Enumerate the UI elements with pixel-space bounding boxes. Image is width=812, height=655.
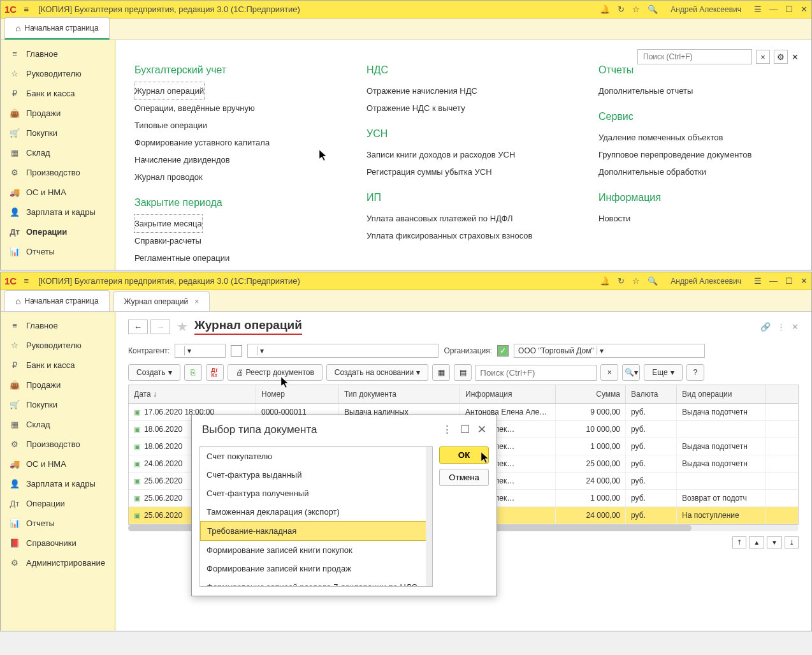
sidebar-item-8[interactable]: 👤Зарплата и кадры (1, 202, 115, 222)
organization-combo[interactable]: ООО "Торговый Дом"▾ (514, 344, 705, 358)
sidebar-item-11[interactable]: 📕Справочники (1, 533, 115, 553)
section-link[interactable]: Уплата авансовых платежей по НДФЛ (366, 210, 560, 227)
user-name[interactable]: Андрей Алексеевич (671, 5, 741, 14)
close-icon[interactable]: ✕ (801, 4, 808, 14)
list-item[interactable]: Требование-накладная (200, 521, 432, 541)
menu-icon[interactable]: ≡ (19, 4, 33, 14)
star-icon[interactable]: ☆ (632, 276, 640, 286)
sidebar-item-8[interactable]: 👤Зарплата и кадры (1, 474, 115, 494)
sidebar-item-6[interactable]: ⚙Производство (1, 434, 115, 454)
maximize-icon[interactable]: ☐ (785, 276, 793, 286)
tab-home[interactable]: Начальная страница (4, 17, 110, 40)
filter-combo[interactable]: ▾ (247, 344, 439, 358)
minimize-icon[interactable]: — (769, 276, 778, 286)
sidebar-item-7[interactable]: 🚚ОС и НМА (1, 454, 115, 474)
list-item[interactable]: Счет покупателю (200, 447, 432, 466)
section-link[interactable]: Отражение НДС к вычету (366, 99, 560, 117)
section-link[interactable]: Отражение начисления НДС (366, 82, 560, 99)
link-icon[interactable]: 🔗 (760, 322, 771, 332)
list-item[interactable]: Счет-фактура выданный (200, 466, 432, 484)
sidebar-item-10[interactable]: 📊Отчеты (1, 513, 115, 533)
bell-icon[interactable]: 🔔 (600, 276, 610, 286)
maximize-icon[interactable]: ☐ (785, 4, 793, 14)
section-link[interactable]: Журнал операций (134, 82, 204, 99)
table-search-input[interactable] (475, 365, 597, 381)
search-clear[interactable]: × (756, 50, 770, 64)
section-link[interactable]: Справки-расчеты (134, 232, 328, 249)
section-link[interactable]: Уплата фиксированных страховых взносов (366, 227, 560, 244)
star-icon[interactable]: ☆ (632, 4, 640, 14)
modal-more-icon[interactable]: ⋮ (442, 423, 453, 436)
ok-button[interactable]: ОК (439, 446, 489, 464)
section-link[interactable]: Дополнительные отчеты (598, 82, 792, 99)
checkbox-org[interactable]: ✓ (497, 345, 509, 357)
nav-up[interactable]: ▲ (749, 536, 764, 548)
section-link[interactable]: Операции, введённые вручную (134, 99, 328, 117)
favorite-star[interactable]: ★ (177, 319, 188, 334)
sidebar-item-4[interactable]: 🛒Покупки (1, 123, 115, 143)
more-icon[interactable]: ⋮ (777, 322, 785, 332)
nav-last[interactable]: ⤓ (785, 536, 799, 548)
section-link[interactable]: Формирование уставного капитала (134, 134, 328, 151)
cancel-button[interactable]: Отмена (439, 469, 489, 486)
sidebar-item-5[interactable]: ▦Склад (1, 143, 115, 163)
table-search-clear[interactable]: × (600, 364, 618, 381)
bell-icon[interactable]: 🔔 (600, 4, 610, 14)
create-button[interactable]: Создать ▾ (128, 364, 180, 381)
section-link[interactable]: Удаление помеченных объектов (598, 129, 792, 146)
section-link[interactable]: Записи книги доходов и расходов УСН (366, 146, 560, 163)
registry-button[interactable]: 🖨 Реестр документов (228, 364, 323, 381)
dtkt-button[interactable]: ДтКт (206, 364, 224, 381)
filter-icon[interactable]: ☰ (754, 276, 762, 286)
tab-home-2[interactable]: Начальная страница (4, 290, 110, 311)
section-link[interactable]: Дополнительные обработки (598, 163, 792, 180)
section-link[interactable]: Новости (598, 210, 792, 227)
sidebar-item-5[interactable]: ▦Склад (1, 415, 115, 434)
history-icon[interactable]: ↻ (618, 276, 625, 286)
column-header[interactable]: Информация (460, 385, 556, 403)
section-link[interactable]: Закрытие месяца (134, 215, 202, 232)
column-header[interactable]: Номер (256, 385, 339, 403)
column-header[interactable]: Сумма (556, 385, 626, 403)
checkbox-filter[interactable] (231, 345, 242, 357)
history-icon[interactable]: ↻ (618, 4, 625, 14)
section-link[interactable]: Групповое перепроведение документов (598, 146, 792, 163)
sidebar-item-7[interactable]: 🚚ОС и НМА (1, 182, 115, 202)
column-header[interactable]: Валюта (626, 385, 677, 403)
help-button[interactable]: ? (686, 364, 704, 381)
list-item[interactable]: Таможенная декларация (экспорт) (200, 503, 432, 521)
search-icon[interactable]: 🔍 (648, 276, 658, 286)
sidebar-item-0[interactable]: ≡Главное (1, 44, 115, 64)
tab-close-icon[interactable]: × (194, 297, 199, 306)
list-item[interactable]: Формирование записей книги покупок (200, 541, 432, 559)
panel-close-icon[interactable]: ✕ (792, 52, 799, 62)
modal-maximize-icon[interactable]: ☐ (460, 423, 470, 436)
sidebar-item-6[interactable]: ⚙Производство (1, 163, 115, 182)
search-icon[interactable]: 🔍 (648, 4, 658, 14)
section-link[interactable]: Журнал проводок (134, 168, 328, 186)
column-header[interactable]: Вид операции (677, 385, 766, 403)
list-button[interactable]: ▤ (454, 364, 472, 381)
list-item[interactable]: Счет-фактура полученный (200, 484, 432, 503)
section-link[interactable]: Типовые операции (134, 117, 328, 134)
list-item[interactable]: Формирование записей раздела 7 деклараци… (200, 578, 432, 587)
panel-close-icon[interactable]: ✕ (792, 322, 799, 332)
counterparty-combo[interactable]: ▾ (175, 344, 226, 358)
sidebar-item-0[interactable]: ≡Главное (1, 316, 115, 335)
more-button[interactable]: Еще ▾ (644, 364, 682, 381)
sidebar-item-2[interactable]: ₽Банк и касса (1, 84, 115, 103)
back-button[interactable]: ← (128, 320, 148, 334)
list-item[interactable]: Формирование записей книги продаж (200, 559, 432, 578)
sidebar-item-2[interactable]: ₽Банк и касса (1, 355, 115, 375)
section-link[interactable]: Регламентные операции (134, 249, 328, 267)
sidebar-item-9[interactable]: ДтОперации (1, 494, 115, 513)
nav-down[interactable]: ▼ (767, 536, 782, 548)
minimize-icon[interactable]: — (769, 4, 778, 14)
listbox-scrollbar[interactable] (426, 447, 432, 586)
forward-button[interactable]: → (150, 320, 170, 334)
sidebar-item-1[interactable]: ☆Руководителю (1, 335, 115, 355)
create-based-on-button[interactable]: Создать на основании ▾ (326, 364, 429, 381)
settings-icon[interactable]: ⚙ (774, 50, 788, 64)
doc-type-listbox[interactable]: Счет покупателюСчет-фактура выданныйСчет… (199, 446, 433, 587)
table-search-go[interactable]: 🔍▾ (622, 364, 640, 381)
